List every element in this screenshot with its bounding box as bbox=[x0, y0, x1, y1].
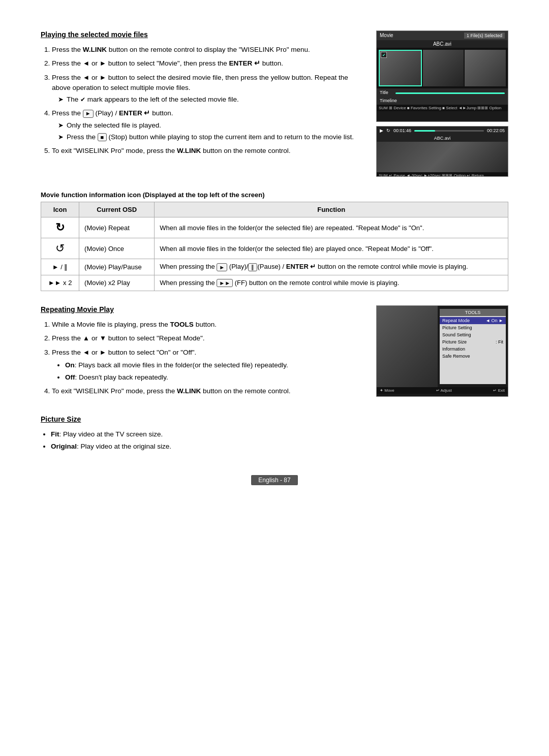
arrow-sym-3: ➤ bbox=[58, 132, 64, 142]
section3-title: Repeating Movie Play bbox=[41, 305, 364, 313]
section4-title: Picture Size bbox=[41, 415, 508, 423]
scr-filename: ABC.avi bbox=[377, 40, 508, 48]
step4-note2-text: Press the ■ (Stop) button while playing … bbox=[67, 132, 354, 142]
func-repeat: When all movie files in the folder(or th… bbox=[155, 217, 508, 238]
tools-bold: TOOLS bbox=[170, 321, 194, 328]
step-3: Press the ◄ or ► button to select the de… bbox=[52, 73, 364, 105]
arrow-sym-2: ➤ bbox=[58, 120, 64, 131]
table-row: ►► x 2 (Movie) x2 Play When pressing the… bbox=[41, 275, 508, 291]
rep-bullet-on: On: Plays back all movie files in the fo… bbox=[65, 360, 364, 370]
play-kbd-tbl: ► bbox=[217, 263, 227, 271]
step-5: To exit "WISELINK Pro" mode, press the W… bbox=[52, 146, 364, 156]
osd-repeat: (Movie) Repeat bbox=[79, 217, 155, 238]
scr-title: Movie bbox=[380, 33, 393, 39]
section-table: Movie function information icon (Display… bbox=[41, 191, 508, 291]
picture-fit-item: Fit: Play video at the TV screen size. bbox=[51, 429, 508, 439]
playing-steps-list: Press the W.LINK button on the remote co… bbox=[41, 45, 364, 156]
scr-total-time: 00:22:05 bbox=[487, 128, 505, 133]
page-footer: English - 87 bbox=[41, 472, 508, 484]
repeating-content: Repeating Movie Play While a Movie file … bbox=[41, 305, 364, 401]
icon-ff: ►► x 2 bbox=[41, 275, 79, 291]
tools-panel-title: TOOLS bbox=[440, 309, 506, 316]
on-bold: On bbox=[65, 361, 75, 369]
step-2: Press the ◄ or ► button to select "Movie… bbox=[52, 58, 364, 69]
table-row: ↺ (Movie) Once When all movie files in t… bbox=[41, 238, 508, 259]
rep-step-2: Press the ▲ or ▼ button to select "Repea… bbox=[52, 333, 364, 343]
scr-thumb-1: ✔ bbox=[379, 50, 422, 86]
tools-move: ✦ Move bbox=[380, 388, 394, 393]
step-1: Press the W.LINK button on the remote co… bbox=[52, 45, 364, 55]
scr-play-bar: ▶ ↻ 00:01:46 00:22:05 bbox=[377, 127, 508, 135]
scr-info-bar2 bbox=[395, 92, 505, 94]
playing-content: Playing the selected movie files Press t… bbox=[41, 30, 364, 177]
scr-sum-bar: SUM ⊞ Device ■ Favorites Setting ■ Selec… bbox=[377, 105, 508, 111]
table-header-function: Function bbox=[155, 202, 508, 217]
fit-label: Fit bbox=[51, 430, 59, 438]
func-ff: When pressing the ►► (FF) button on the … bbox=[155, 275, 508, 291]
scr-time: 00:01:46 bbox=[393, 128, 411, 133]
repeating-steps-list: While a Movie file is playing, press the… bbox=[41, 320, 364, 397]
repeat-icon: ↻ bbox=[55, 221, 65, 234]
movie-playback-screenshot: ▶ ↻ 00:01:46 00:22:05 ABC.avi SUM ↵ Paus… bbox=[376, 126, 508, 177]
rep-step-1: While a Movie file is playing, press the… bbox=[52, 320, 364, 330]
scr-sum-text: SUM ⊞ Device ■ Favorites Setting ■ Selec… bbox=[379, 106, 501, 110]
step-4: Press the ► (Play) / ENTER ↵ button. ➤ O… bbox=[52, 108, 364, 142]
rep-step-4: To exit "WISELINK Pro" mode, press the W… bbox=[52, 386, 364, 396]
scr-bottom-bar: SUM ↵ Pause ◄-30sec ►+20sec ⊞⊞⊞ Option ↩… bbox=[377, 172, 508, 177]
scr-progress bbox=[414, 130, 484, 132]
scr-timeline-bar: Timeline bbox=[377, 97, 508, 105]
step4-note1: ➤ Only the selected file is played. bbox=[58, 120, 364, 131]
page-number: English - 87 bbox=[251, 475, 297, 485]
tools-main-area: TOOLS Repeat Mode ◄ On ► Picture Setting… bbox=[377, 306, 508, 387]
ff-kbd-tbl: ►► bbox=[217, 279, 233, 287]
once-icon: ↺ bbox=[55, 242, 65, 255]
section1-title: Playing the selected movie files bbox=[41, 30, 364, 39]
tools-row-size: Picture Size : Fit bbox=[440, 338, 506, 345]
movie-screenshots: Movie 1 File(s) Selected ABC.avi ✔ Title bbox=[376, 30, 508, 177]
tools-bottom-bar: ✦ Move ↵ Adjust ↵ Exit bbox=[377, 387, 508, 394]
section2-title: Movie function information icon (Display… bbox=[41, 191, 508, 199]
playpause-icon: ► / ‖ bbox=[52, 263, 68, 271]
tools-size-label: Picture Size bbox=[442, 339, 467, 344]
scr-thumb-3 bbox=[465, 50, 506, 86]
tools-size-value: : Fit bbox=[496, 339, 503, 344]
section-playing-selected: Playing the selected movie files Press t… bbox=[41, 30, 508, 177]
rep-step3-bullets: On: Plays back all movie files in the fo… bbox=[57, 360, 364, 383]
icon-playpause: ► / ‖ bbox=[41, 259, 79, 275]
scr-progress-fill bbox=[414, 130, 435, 132]
osd-playpause: (Movie) Play/Pause bbox=[79, 259, 155, 275]
scr-badge: 1 File(s) Selected bbox=[464, 33, 505, 39]
osd-once: (Movie) Once bbox=[79, 238, 155, 259]
icon-repeat: ↻ bbox=[41, 217, 79, 238]
wlink-rep: W.LINK bbox=[177, 387, 201, 395]
scr-header: Movie 1 File(s) Selected bbox=[377, 31, 508, 40]
arrow-sym-1: ➤ bbox=[58, 94, 64, 105]
scr-info-bar: Title bbox=[377, 88, 508, 97]
scr-thumb-area: ✔ bbox=[377, 48, 508, 88]
tools-row-picture: Picture Setting bbox=[440, 324, 506, 331]
tools-exit: ↵ Exit bbox=[493, 388, 505, 393]
tools-adjust: ↵ Adjust bbox=[436, 388, 452, 393]
tools-row-repeat: Repeat Mode ◄ On ► bbox=[440, 317, 506, 324]
pause-kbd-tbl: ‖ bbox=[248, 263, 257, 271]
table-header-icon: Icon bbox=[41, 202, 79, 217]
step4-note2: ➤ Press the ■ (Stop) button while playin… bbox=[58, 132, 364, 142]
tools-screenshot: TOOLS Repeat Mode ◄ On ► Picture Setting… bbox=[376, 305, 508, 397]
table-header-osd: Current OSD bbox=[79, 202, 155, 217]
tools-repeat-label: Repeat Mode bbox=[442, 318, 470, 323]
tools-repeat-value: ◄ On ► bbox=[485, 318, 503, 323]
scr-timeline-label: Timeline bbox=[380, 98, 397, 103]
rep-step-3: Press the ◄ or ► button to select "On" o… bbox=[52, 348, 364, 383]
icon-once: ↺ bbox=[41, 238, 79, 259]
osd-ff: (Movie) x2 Play bbox=[79, 275, 155, 291]
tools-row-safe: Safe Remove bbox=[440, 353, 506, 360]
tools-video-bg bbox=[377, 306, 438, 387]
scr-rotate-icon: ↻ bbox=[386, 128, 390, 133]
rep-bullet-off: Off: Doesn't play back repeatedly. bbox=[65, 372, 364, 383]
scr-video-area bbox=[377, 142, 508, 172]
scr-thumb-check: ✔ bbox=[381, 52, 387, 58]
enter-kbd: ENTER ↵ bbox=[119, 109, 150, 117]
step3-note: ➤ The ✔ mark appears to the left of the … bbox=[58, 94, 364, 105]
scr-play-filename: ABC.avi bbox=[377, 135, 508, 142]
table-row: ↻ (Movie) Repeat When all movie files in… bbox=[41, 217, 508, 238]
